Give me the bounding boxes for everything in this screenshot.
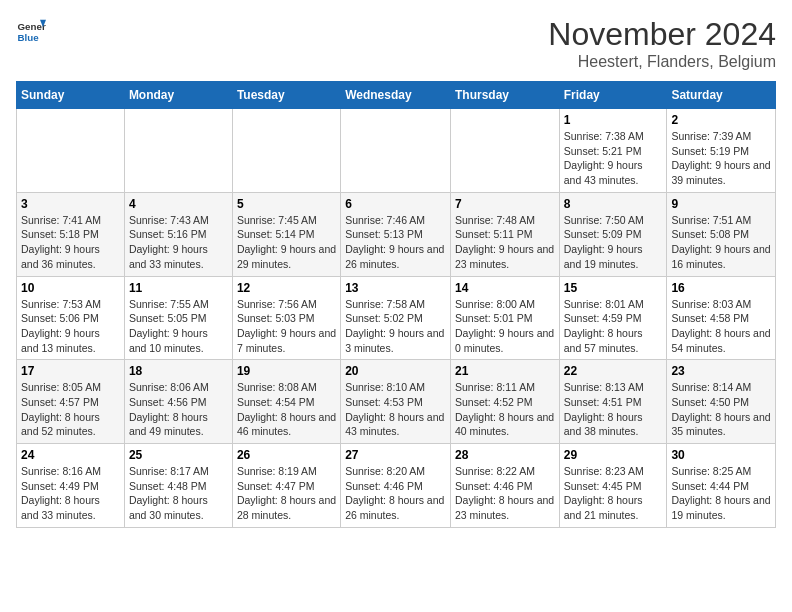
calendar-cell (232, 109, 340, 193)
day-info: Sunrise: 7:50 AM Sunset: 5:09 PM Dayligh… (564, 213, 663, 272)
calendar-week-row: 1Sunrise: 7:38 AM Sunset: 5:21 PM Daylig… (17, 109, 776, 193)
calendar-header-tuesday: Tuesday (232, 82, 340, 109)
calendar-cell: 18Sunrise: 8:06 AM Sunset: 4:56 PM Dayli… (124, 360, 232, 444)
day-info: Sunrise: 7:39 AM Sunset: 5:19 PM Dayligh… (671, 129, 771, 188)
day-info: Sunrise: 8:05 AM Sunset: 4:57 PM Dayligh… (21, 380, 120, 439)
calendar-header-monday: Monday (124, 82, 232, 109)
calendar-cell: 25Sunrise: 8:17 AM Sunset: 4:48 PM Dayli… (124, 444, 232, 528)
day-number: 3 (21, 197, 120, 211)
day-info: Sunrise: 8:06 AM Sunset: 4:56 PM Dayligh… (129, 380, 228, 439)
day-info: Sunrise: 8:08 AM Sunset: 4:54 PM Dayligh… (237, 380, 336, 439)
calendar-cell: 26Sunrise: 8:19 AM Sunset: 4:47 PM Dayli… (232, 444, 340, 528)
calendar-cell: 5Sunrise: 7:45 AM Sunset: 5:14 PM Daylig… (232, 192, 340, 276)
calendar-cell: 8Sunrise: 7:50 AM Sunset: 5:09 PM Daylig… (559, 192, 667, 276)
calendar-cell: 29Sunrise: 8:23 AM Sunset: 4:45 PM Dayli… (559, 444, 667, 528)
day-info: Sunrise: 7:43 AM Sunset: 5:16 PM Dayligh… (129, 213, 228, 272)
calendar-week-row: 24Sunrise: 8:16 AM Sunset: 4:49 PM Dayli… (17, 444, 776, 528)
day-info: Sunrise: 8:00 AM Sunset: 5:01 PM Dayligh… (455, 297, 555, 356)
day-number: 22 (564, 364, 663, 378)
day-info: Sunrise: 8:14 AM Sunset: 4:50 PM Dayligh… (671, 380, 771, 439)
day-number: 10 (21, 281, 120, 295)
calendar-cell: 6Sunrise: 7:46 AM Sunset: 5:13 PM Daylig… (341, 192, 451, 276)
day-number: 30 (671, 448, 771, 462)
calendar-table: SundayMondayTuesdayWednesdayThursdayFrid… (16, 81, 776, 528)
day-number: 28 (455, 448, 555, 462)
day-number: 1 (564, 113, 663, 127)
day-number: 20 (345, 364, 446, 378)
calendar-header-row: SundayMondayTuesdayWednesdayThursdayFrid… (17, 82, 776, 109)
calendar-week-row: 10Sunrise: 7:53 AM Sunset: 5:06 PM Dayli… (17, 276, 776, 360)
day-number: 4 (129, 197, 228, 211)
day-info: Sunrise: 8:16 AM Sunset: 4:49 PM Dayligh… (21, 464, 120, 523)
day-number: 9 (671, 197, 771, 211)
calendar-cell: 7Sunrise: 7:48 AM Sunset: 5:11 PM Daylig… (450, 192, 559, 276)
day-number: 5 (237, 197, 336, 211)
day-number: 29 (564, 448, 663, 462)
page-title: November 2024 (548, 16, 776, 53)
day-info: Sunrise: 7:48 AM Sunset: 5:11 PM Dayligh… (455, 213, 555, 272)
day-number: 11 (129, 281, 228, 295)
calendar-cell: 4Sunrise: 7:43 AM Sunset: 5:16 PM Daylig… (124, 192, 232, 276)
day-number: 12 (237, 281, 336, 295)
calendar-cell: 27Sunrise: 8:20 AM Sunset: 4:46 PM Dayli… (341, 444, 451, 528)
day-number: 19 (237, 364, 336, 378)
calendar-cell (124, 109, 232, 193)
calendar-cell: 16Sunrise: 8:03 AM Sunset: 4:58 PM Dayli… (667, 276, 776, 360)
calendar-cell (450, 109, 559, 193)
calendar-cell: 17Sunrise: 8:05 AM Sunset: 4:57 PM Dayli… (17, 360, 125, 444)
day-number: 7 (455, 197, 555, 211)
day-info: Sunrise: 7:38 AM Sunset: 5:21 PM Dayligh… (564, 129, 663, 188)
day-info: Sunrise: 7:45 AM Sunset: 5:14 PM Dayligh… (237, 213, 336, 272)
calendar-cell: 2Sunrise: 7:39 AM Sunset: 5:19 PM Daylig… (667, 109, 776, 193)
calendar-cell: 11Sunrise: 7:55 AM Sunset: 5:05 PM Dayli… (124, 276, 232, 360)
day-number: 21 (455, 364, 555, 378)
calendar-cell (341, 109, 451, 193)
logo: General Blue (16, 16, 46, 46)
day-number: 24 (21, 448, 120, 462)
svg-text:Blue: Blue (18, 32, 40, 43)
day-info: Sunrise: 7:55 AM Sunset: 5:05 PM Dayligh… (129, 297, 228, 356)
day-number: 2 (671, 113, 771, 127)
calendar-week-row: 17Sunrise: 8:05 AM Sunset: 4:57 PM Dayli… (17, 360, 776, 444)
day-info: Sunrise: 8:19 AM Sunset: 4:47 PM Dayligh… (237, 464, 336, 523)
day-number: 25 (129, 448, 228, 462)
day-info: Sunrise: 7:41 AM Sunset: 5:18 PM Dayligh… (21, 213, 120, 272)
calendar-cell (17, 109, 125, 193)
day-info: Sunrise: 8:23 AM Sunset: 4:45 PM Dayligh… (564, 464, 663, 523)
calendar-header-wednesday: Wednesday (341, 82, 451, 109)
calendar-cell: 22Sunrise: 8:13 AM Sunset: 4:51 PM Dayli… (559, 360, 667, 444)
page-subtitle: Heestert, Flanders, Belgium (548, 53, 776, 71)
day-info: Sunrise: 8:01 AM Sunset: 4:59 PM Dayligh… (564, 297, 663, 356)
calendar-cell: 12Sunrise: 7:56 AM Sunset: 5:03 PM Dayli… (232, 276, 340, 360)
calendar-cell: 14Sunrise: 8:00 AM Sunset: 5:01 PM Dayli… (450, 276, 559, 360)
day-info: Sunrise: 7:51 AM Sunset: 5:08 PM Dayligh… (671, 213, 771, 272)
logo-icon: General Blue (16, 16, 46, 46)
calendar-cell: 3Sunrise: 7:41 AM Sunset: 5:18 PM Daylig… (17, 192, 125, 276)
day-number: 13 (345, 281, 446, 295)
day-number: 27 (345, 448, 446, 462)
calendar-cell: 19Sunrise: 8:08 AM Sunset: 4:54 PM Dayli… (232, 360, 340, 444)
calendar-cell: 15Sunrise: 8:01 AM Sunset: 4:59 PM Dayli… (559, 276, 667, 360)
day-number: 6 (345, 197, 446, 211)
day-info: Sunrise: 8:13 AM Sunset: 4:51 PM Dayligh… (564, 380, 663, 439)
calendar-cell: 23Sunrise: 8:14 AM Sunset: 4:50 PM Dayli… (667, 360, 776, 444)
page-header: General Blue November 2024 Heestert, Fla… (16, 16, 776, 71)
calendar-header-sunday: Sunday (17, 82, 125, 109)
calendar-cell: 24Sunrise: 8:16 AM Sunset: 4:49 PM Dayli… (17, 444, 125, 528)
day-info: Sunrise: 8:03 AM Sunset: 4:58 PM Dayligh… (671, 297, 771, 356)
day-info: Sunrise: 7:53 AM Sunset: 5:06 PM Dayligh… (21, 297, 120, 356)
calendar-cell: 13Sunrise: 7:58 AM Sunset: 5:02 PM Dayli… (341, 276, 451, 360)
calendar-cell: 9Sunrise: 7:51 AM Sunset: 5:08 PM Daylig… (667, 192, 776, 276)
day-number: 17 (21, 364, 120, 378)
calendar-cell: 20Sunrise: 8:10 AM Sunset: 4:53 PM Dayli… (341, 360, 451, 444)
calendar-cell: 21Sunrise: 8:11 AM Sunset: 4:52 PM Dayli… (450, 360, 559, 444)
day-info: Sunrise: 8:25 AM Sunset: 4:44 PM Dayligh… (671, 464, 771, 523)
day-number: 23 (671, 364, 771, 378)
calendar-cell: 10Sunrise: 7:53 AM Sunset: 5:06 PM Dayli… (17, 276, 125, 360)
calendar-header-thursday: Thursday (450, 82, 559, 109)
day-number: 26 (237, 448, 336, 462)
title-section: November 2024 Heestert, Flanders, Belgiu… (548, 16, 776, 71)
day-number: 18 (129, 364, 228, 378)
day-info: Sunrise: 8:22 AM Sunset: 4:46 PM Dayligh… (455, 464, 555, 523)
day-number: 8 (564, 197, 663, 211)
